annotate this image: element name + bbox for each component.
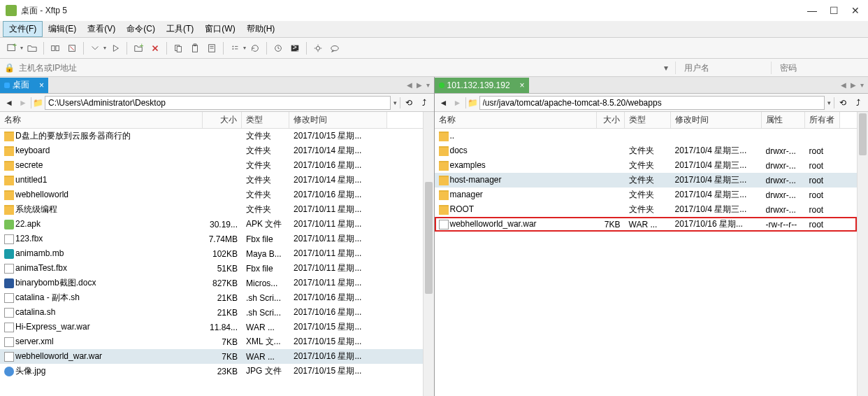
scrollbar[interactable] [857, 112, 868, 396]
list-item[interactable]: manager文件夹2017/10/4 星期三...drwxr-...root [435, 188, 858, 202]
scrollbar-thumb[interactable] [859, 113, 867, 155]
reconnect-button[interactable] [48, 41, 63, 56]
open-button[interactable] [24, 41, 40, 56]
minimize-button[interactable]: — [807, 5, 817, 16]
list-item[interactable]: animaTest.fbx51KBFbx file2017/10/11 星期..… [0, 261, 423, 276]
transfer-button[interactable] [87, 41, 103, 56]
list-item[interactable]: catalina.sh21KB.sh Scri...2017/10/16 星期.… [0, 305, 423, 320]
cell-date: 2017/10/15 星期... [289, 130, 387, 142]
terminal-button[interactable]: >_ [287, 41, 303, 56]
path-dropdown[interactable]: ▾ [826, 99, 832, 106]
col-date[interactable]: 修改时间 [289, 112, 387, 128]
col-attr[interactable]: 属性 [762, 112, 805, 128]
list-item[interactable]: server.xml7KBXML 文...2017/10/15 星期... [0, 334, 423, 349]
col-type[interactable]: 类型 [625, 112, 671, 128]
list-item[interactable]: 22.apk30.19...APK 文件2017/10/11 星期... [0, 217, 423, 232]
list-item[interactable]: animamb.mb102KBMaya B...2017/10/11 星期... [0, 246, 423, 261]
forward-button[interactable]: ► [17, 97, 29, 109]
tab-list-dropdown[interactable]: ▾ [859, 81, 865, 89]
host-dropdown[interactable]: ▾ [660, 63, 672, 73]
list-item[interactable]: host-manager文件夹2017/10/4 星期三...drwxr-...… [435, 173, 858, 188]
list-item[interactable]: ROOT文件夹2017/10/4 星期三...drwxr-...root [435, 202, 858, 217]
tab-close-button[interactable]: × [39, 80, 44, 90]
delete-button[interactable] [147, 41, 163, 56]
col-owner[interactable]: 所有者 [805, 112, 840, 128]
back-button[interactable]: ◄ [437, 97, 450, 109]
new-session-button[interactable]: + [4, 41, 20, 56]
local-file-list[interactable]: 名称 大小 类型 修改时间 D盘上的要放到云服务器商行的文件夹2017/10/1… [0, 112, 423, 396]
play-button[interactable] [108, 41, 123, 56]
username-input[interactable] [684, 63, 768, 73]
copy-button[interactable] [171, 41, 186, 56]
tab-scroll-left[interactable]: ◀ [405, 81, 414, 89]
menu-window[interactable]: 窗口(W) [199, 22, 240, 36]
refresh-button[interactable] [247, 41, 263, 56]
new-session-dropdown[interactable]: ▾ [20, 45, 23, 51]
scrollbar[interactable] [423, 112, 434, 396]
back-button[interactable]: ◄ [3, 97, 15, 109]
menu-tools[interactable]: 工具(T) [161, 22, 199, 36]
tab-scroll-right[interactable]: ▶ [415, 81, 424, 89]
list-item[interactable]: 123.fbx7.74MBFbx file2017/10/11 星期... [0, 232, 423, 246]
list-item[interactable]: secrete文件夹2017/10/16 星期... [0, 158, 423, 173]
close-button[interactable]: ✕ [851, 5, 860, 16]
paste-button[interactable] [187, 41, 203, 56]
cell-attr: drwxr-... [762, 190, 805, 200]
cell-type: XML 文... [242, 336, 289, 348]
col-name[interactable]: 名称 [0, 112, 203, 128]
menu-edit[interactable]: 编辑(E) [43, 22, 82, 36]
password-input[interactable] [780, 63, 864, 73]
list-item[interactable]: binarybomb截图.docx827KBMicros...2017/10/1… [0, 276, 423, 290]
up-folder-button[interactable]: ⤴ [851, 97, 865, 109]
properties-button[interactable] [204, 41, 219, 56]
local-path-input[interactable] [45, 96, 391, 110]
tab-scroll-right[interactable]: ▶ [849, 81, 858, 89]
list-item[interactable]: catalina - 副本.sh21KB.sh Scri...2017/10/1… [0, 290, 423, 305]
maximize-button[interactable]: ☐ [830, 5, 839, 16]
cell-type: Fbx file [242, 234, 289, 244]
menu-help[interactable]: 帮助(H) [241, 22, 281, 36]
refresh-folder-button[interactable]: ⟲ [836, 97, 850, 109]
col-name[interactable]: 名称 [435, 112, 597, 128]
col-date[interactable]: 修改时间 [671, 112, 762, 128]
list-item[interactable]: 系统级编程文件夹2017/10/11 星期... [0, 202, 423, 217]
col-type[interactable]: 类型 [242, 112, 289, 128]
remote-file-list[interactable]: 名称 大小 类型 修改时间 属性 所有者 ..docs文件夹2017/10/4 … [435, 112, 858, 396]
up-folder-button[interactable]: ⤴ [417, 97, 431, 109]
list-item[interactable]: 头像.jpg23KBJPG 文件2017/10/15 星期... [0, 364, 423, 379]
list-item[interactable]: docs文件夹2017/10/4 星期三...drwxr-...root [435, 143, 858, 158]
list-item[interactable]: webhelloworld文件夹2017/10/16 星期... [0, 188, 423, 202]
new-folder-button[interactable]: + [131, 41, 146, 56]
sync-button[interactable] [270, 41, 286, 56]
transfer-dropdown[interactable]: ▾ [103, 45, 106, 51]
settings-button[interactable] [310, 41, 326, 56]
menu-command[interactable]: 命令(C) [121, 22, 161, 36]
col-size[interactable]: 大小 [203, 112, 242, 128]
list-item[interactable]: keyboard文件夹2017/10/14 星期... [0, 143, 423, 158]
remote-tab[interactable]: 101.132.139.192 × [435, 78, 529, 93]
list-item[interactable]: Hi-Express_war.war11.84...WAR ...2017/10… [0, 320, 423, 334]
local-tab[interactable]: 桌面 × [0, 78, 48, 93]
list-item[interactable]: webhelloworld_war.war7KBWAR ...2017/10/1… [0, 349, 423, 364]
tab-scroll-left[interactable]: ◀ [839, 81, 848, 89]
tab-close-button[interactable]: × [520, 80, 525, 90]
scrollbar-thumb[interactable] [425, 182, 433, 294]
remote-path-input[interactable] [479, 96, 825, 110]
col-size[interactable]: 大小 [597, 112, 625, 128]
list-item[interactable]: webhelloworld_war.war7KBWAR ...2017/10/1… [435, 217, 858, 232]
refresh-folder-button[interactable]: ⟲ [402, 97, 416, 109]
view-mode-button[interactable] [227, 41, 243, 56]
list-item[interactable]: examples文件夹2017/10/4 星期三...drwxr-...root [435, 158, 858, 173]
menu-file[interactable]: 文件(F) [3, 21, 43, 37]
list-item[interactable]: .. [435, 129, 858, 143]
path-dropdown[interactable]: ▾ [392, 99, 398, 106]
tab-list-dropdown[interactable]: ▾ [425, 81, 431, 89]
disconnect-button[interactable] [64, 41, 80, 56]
forward-button[interactable]: ► [451, 97, 464, 109]
view-mode-dropdown[interactable]: ▾ [243, 45, 246, 51]
host-input[interactable] [17, 62, 660, 74]
help-button[interactable] [327, 41, 342, 56]
list-item[interactable]: untitled1文件夹2017/10/14 星期... [0, 173, 423, 188]
list-item[interactable]: D盘上的要放到云服务器商行的文件夹2017/10/15 星期... [0, 129, 423, 143]
menu-view[interactable]: 查看(V) [82, 22, 121, 36]
